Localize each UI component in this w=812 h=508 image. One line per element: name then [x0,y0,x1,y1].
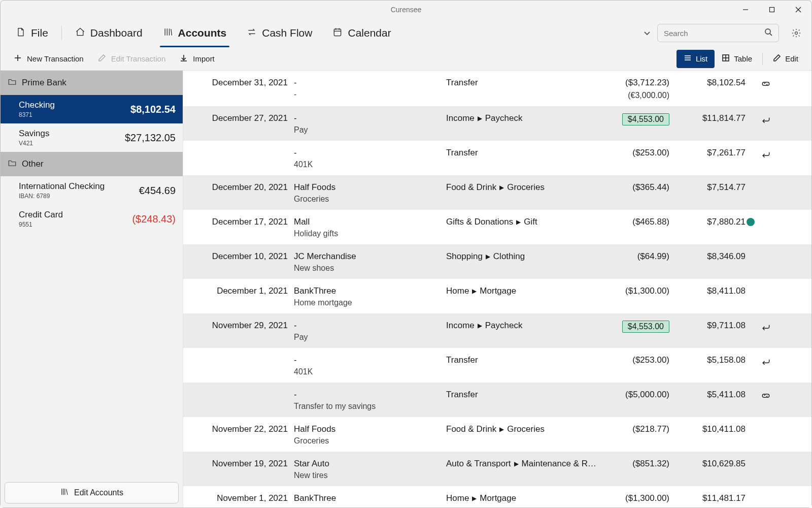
transaction-memo: Pay [294,125,446,135]
books-icon [60,487,69,498]
account-item[interactable]: International Checking IBAN: 6789 €454.6… [1,176,183,205]
transaction-amount: ($1,300.00) [603,285,669,296]
transaction-list[interactable]: December 31, 2021 - - Transfer ($3,712.2… [183,71,811,507]
transaction-category: Transfer [446,389,603,400]
transaction-link[interactable] [756,147,776,161]
link-icon [761,391,771,403]
transaction-payee: - [294,148,446,158]
new-transaction-button[interactable]: New Transaction [7,50,91,68]
transaction-status [746,492,756,494]
tab-label: Dashboard [90,27,143,39]
transaction-link[interactable] [756,216,776,218]
transaction-link[interactable] [756,423,776,425]
secondary-toolbar: New Transaction Edit Transaction Import … [1,47,811,71]
transaction-memo: 401K [294,160,446,169]
transaction-date: December 17, 2021 [192,216,294,227]
account-item[interactable]: Savings V421 $27,132.05 [1,123,183,152]
transaction-row[interactable]: November 1, 2021 BankThree Home ▶ Mortga… [183,486,811,507]
status-dot-icon [747,218,755,226]
edit-accounts-button[interactable]: Edit Accounts [5,482,179,503]
return-icon [761,149,771,161]
overflow-chevron[interactable] [637,29,657,37]
toolbar-divider [61,26,62,40]
transaction-link[interactable] [756,77,776,91]
return-icon [761,114,771,126]
transaction-amount: ($3,712.23)(€3,000.00) [603,77,669,100]
transaction-balance: $9,711.08 [669,320,746,331]
button-label: New Transaction [27,54,84,63]
tab-dashboard[interactable]: Dashboard [65,19,153,47]
settings-button[interactable] [786,28,806,38]
search-icon [764,28,772,38]
account-name: Checking [19,100,55,110]
transaction-row[interactable]: December 1, 2021 BankThree Home mortgage… [183,279,811,313]
search-input-wrapper[interactable] [657,24,779,42]
transaction-row[interactable]: - 401K Transfer ($253.00) $7,261.77 [183,141,811,175]
transaction-link[interactable] [756,250,776,252]
transaction-balance: $11,814.77 [669,112,746,123]
transaction-memo: New shoes [294,264,446,273]
transaction-link[interactable] [756,354,776,368]
svg-line-28 [66,489,67,495]
transaction-row[interactable]: - Transfer to my savings Transfer ($5,00… [183,383,811,417]
transaction-row[interactable]: November 22, 2021 Half Foods Groceries F… [183,417,811,452]
transaction-row[interactable]: December 20, 2021 Half Foods Groceries F… [183,175,811,210]
transaction-link[interactable] [756,112,776,126]
transaction-row[interactable]: December 17, 2021 Mall Holiday gifts Gif… [183,210,811,244]
transaction-status [746,423,756,425]
transaction-category: Home ▶ Mortgage [446,492,603,503]
import-button[interactable]: Import [173,50,222,68]
calendar-icon [332,27,343,40]
edit-button[interactable]: Edit [766,50,805,68]
account-item[interactable]: Credit Card 9551 ($248.43) [1,205,183,233]
transaction-status [746,354,756,356]
window-close-button[interactable] [785,1,811,19]
account-item[interactable]: Checking 8371 $8,102.54 [1,95,183,123]
transaction-row[interactable]: December 10, 2021 JC Merchandise New sho… [183,244,811,279]
transaction-status [746,147,756,149]
button-label: Edit Transaction [111,54,166,63]
transaction-amount: ($365.44) [603,181,669,193]
transaction-link[interactable] [756,492,776,494]
transaction-row[interactable]: November 19, 2021 Star Auto New tires Au… [183,452,811,486]
transaction-payee: BankThree [294,493,446,503]
transaction-date [192,389,294,390]
account-balance: $8,102.54 [130,104,176,115]
account-group-header[interactable]: Prime Bank [1,71,183,95]
button-label: List [696,54,707,63]
tab-accounts[interactable]: Accounts [153,19,237,47]
transaction-row[interactable]: November 29, 2021 - Pay Income ▶ Paychec… [183,313,811,348]
transaction-balance: $7,514.77 [669,181,746,193]
transaction-status [746,77,756,79]
svg-line-7 [171,29,172,35]
tab-cashflow[interactable]: Cash Flow [236,19,322,47]
transaction-date: December 31, 2021 [192,77,294,88]
transaction-category: Transfer [446,77,603,88]
transaction-row[interactable]: - 401K Transfer ($253.00) $5,158.08 [183,348,811,383]
tab-calendar[interactable]: Calendar [322,19,401,47]
transaction-date: December 27, 2021 [192,112,294,123]
transaction-link[interactable] [756,181,776,183]
transaction-memo: Pay [294,333,446,342]
search-input[interactable] [664,29,764,38]
transaction-link[interactable] [756,285,776,287]
transaction-row[interactable]: December 27, 2021 - Pay Income ▶ Paychec… [183,106,811,141]
transaction-status [746,458,756,460]
transaction-link[interactable] [756,320,776,334]
account-group-header[interactable]: Other [1,152,183,176]
transaction-category: Gifts & Donations ▶ Gift [446,216,603,227]
transaction-date: November 22, 2021 [192,423,294,434]
view-list-button[interactable]: List [676,50,715,68]
transaction-link[interactable] [756,389,776,403]
tab-label: Accounts [178,27,227,39]
window-minimize-button[interactable] [732,1,759,19]
account-balance: €454.69 [139,185,176,197]
tab-file[interactable]: File [6,19,58,47]
transaction-row[interactable]: December 31, 2021 - - Transfer ($3,712.2… [183,71,811,106]
view-table-button[interactable]: Table [715,50,759,68]
plus-icon [14,54,22,64]
transaction-payee: - [294,321,446,331]
window-maximize-button[interactable] [759,1,785,19]
main-toolbar: File Dashboard Accounts Cash Flow Calend… [1,19,811,47]
transaction-link[interactable] [756,458,776,460]
